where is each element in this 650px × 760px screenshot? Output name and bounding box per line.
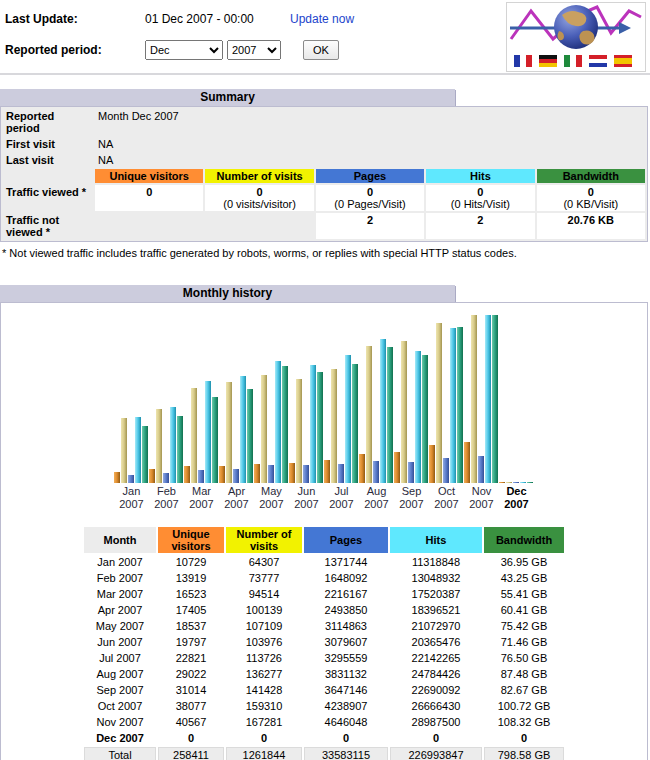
- cell-bandwidth: 43.25 GB: [484, 571, 564, 585]
- bar-pages: [198, 470, 204, 483]
- cell-bandwidth: 100.72 GB: [484, 699, 564, 713]
- bar-hits: [450, 328, 456, 483]
- summary-box: Reported period Month Dec 2007 First vis…: [0, 106, 648, 242]
- bar-unique-visitors: [149, 469, 155, 483]
- bar-bandwidth-gb-: [212, 397, 218, 483]
- chart-month-label: Apr2007: [224, 485, 248, 511]
- bar-number-of-visits: [121, 418, 127, 483]
- bar-pages: [513, 482, 519, 483]
- globe-logo-icon: [507, 3, 645, 53]
- table-row: Feb 2007139197377716480921304893243.25 G…: [84, 571, 564, 585]
- bar-unique-visitors: [114, 472, 120, 483]
- chart-month-label: Dec2007: [504, 485, 528, 511]
- cell-visits: 159310: [226, 699, 302, 713]
- summary-first-visit-value: NA: [95, 137, 645, 151]
- cell-hits: 13048932: [390, 571, 482, 585]
- bar-bandwidth-gb-: [247, 389, 253, 483]
- cell-unique: 0: [158, 731, 224, 745]
- italy-flag[interactable]: [564, 55, 582, 67]
- cell-month: Jul 2007: [84, 651, 156, 665]
- total-cell-visits: 1261844: [226, 747, 302, 760]
- cell-pages: 3079607: [304, 635, 388, 649]
- chart-month-label: Jul2007: [329, 485, 353, 511]
- bar-unique-visitors: [184, 466, 190, 483]
- table-column-month: Month: [84, 527, 156, 553]
- viewed-pages-cell: 0(0 Pages/Visit): [316, 185, 424, 211]
- summary-column-bandwidth: Bandwidth: [537, 169, 645, 183]
- cell-hits: 0: [390, 731, 482, 745]
- table-column-bandwidth: Bandwidth: [484, 527, 564, 553]
- bar-hits: [345, 355, 351, 483]
- cell-bandwidth: 75.42 GB: [484, 619, 564, 633]
- table-column-unique-visitors: Unique visitors: [158, 527, 224, 553]
- chart-month-label: Aug2007: [364, 485, 388, 511]
- cell-bandwidth: 71.46 GB: [484, 635, 564, 649]
- monthly-history-title: Monthly history: [0, 285, 455, 302]
- cell-hits: 21072970: [390, 619, 482, 633]
- cell-bandwidth: 60.41 GB: [484, 603, 564, 617]
- cell-unique: 18537: [158, 619, 224, 633]
- cell-unique: 10729: [158, 555, 224, 569]
- cell-pages: 1371744: [304, 555, 388, 569]
- last-update-value: 01 Dec 2007 - 00:00: [145, 12, 290, 26]
- viewed-hits-cell: 0(0 Hits/Visit): [426, 185, 534, 211]
- bar-unique-visitors: [254, 464, 260, 483]
- netherlands-flag[interactable]: [589, 55, 607, 67]
- year-select[interactable]: 2007: [227, 40, 281, 60]
- bar-bandwidth-gb-: [352, 364, 358, 483]
- awstats-logo: [506, 2, 646, 72]
- bar-bandwidth-gb-: [177, 416, 183, 483]
- table-row: Nov 200740567167281464604828987500108.32…: [84, 715, 564, 729]
- bar-pages: [128, 475, 134, 483]
- cell-pages: 4646048: [304, 715, 388, 729]
- ok-button[interactable]: OK: [303, 40, 339, 60]
- chart-month-group: Jul2007: [324, 315, 359, 511]
- table-row: Dec 200700000: [84, 731, 564, 745]
- bar-hits: [485, 315, 491, 483]
- cell-month: Jun 2007: [84, 635, 156, 649]
- cell-unique: 13919: [158, 571, 224, 585]
- cell-visits: 0: [226, 731, 302, 745]
- cell-month: Aug 2007: [84, 667, 156, 681]
- viewed-unique-cell: 0: [95, 185, 203, 211]
- table-row: Apr 20071740510013924938501839652160.41 …: [84, 603, 564, 617]
- cell-visits: 136277: [226, 667, 302, 681]
- germany-flag[interactable]: [539, 55, 557, 67]
- cell-unique: 31014: [158, 683, 224, 697]
- cell-hits: 20365476: [390, 635, 482, 649]
- chart-month-group: Sep2007: [394, 315, 429, 511]
- cell-month: Nov 2007: [84, 715, 156, 729]
- not-viewed-pages-cell: 2: [316, 213, 424, 239]
- chart-month-group: May2007: [254, 315, 289, 511]
- cell-bandwidth: 55.41 GB: [484, 587, 564, 601]
- cell-visits: 94514: [226, 587, 302, 601]
- cell-month: Apr 2007: [84, 603, 156, 617]
- month-select[interactable]: Dec: [145, 40, 223, 60]
- chart-month-group: Nov2007: [464, 315, 499, 511]
- traffic-not-viewed-label: Traffic not viewed *: [3, 213, 93, 239]
- bar-bandwidth-gb-: [422, 355, 428, 483]
- bar-number-of-visits: [331, 369, 337, 483]
- cell-unique: 29022: [158, 667, 224, 681]
- cell-pages: 3295559: [304, 651, 388, 665]
- france-flag[interactable]: [514, 55, 532, 67]
- update-now-link[interactable]: Update now: [290, 12, 354, 26]
- spain-flag[interactable]: [614, 55, 632, 67]
- cell-month: Dec 2007: [84, 731, 156, 745]
- viewed-bandwidth-cell: 0(0 KB/Visit): [537, 185, 645, 211]
- cell-month: Sep 2007: [84, 683, 156, 697]
- bar-number-of-visits: [401, 341, 407, 483]
- bar-number-of-visits: [156, 409, 162, 483]
- summary-column-number-of-visits: Number of visits: [205, 169, 313, 183]
- traffic-viewed-label: Traffic viewed *: [3, 185, 93, 211]
- bar-number-of-visits: [191, 388, 197, 483]
- bar-bandwidth-gb-: [142, 426, 148, 483]
- cell-hits: 26666430: [390, 699, 482, 713]
- monthly-history-box: Jan2007Feb2007Mar2007Apr2007May2007Jun20…: [0, 302, 648, 760]
- chart-month-label: Jun2007: [294, 485, 318, 511]
- cell-bandwidth: 76.50 GB: [484, 651, 564, 665]
- viewed-visits-cell: 0(0 visits/visitor): [205, 185, 313, 211]
- cell-unique: 40567: [158, 715, 224, 729]
- bar-hits: [170, 407, 176, 483]
- cell-unique: 16523: [158, 587, 224, 601]
